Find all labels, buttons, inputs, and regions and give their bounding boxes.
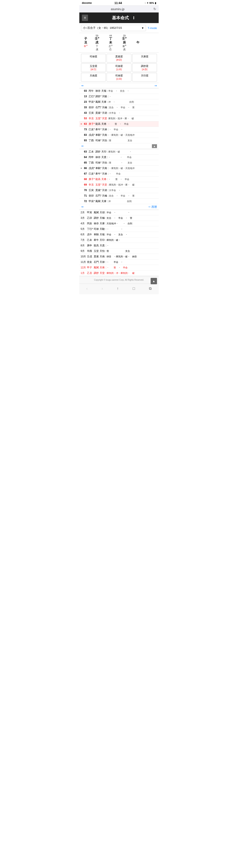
table-row: 83 戊戌* 車騎° 天南 : ・庫気刑・破・天剋地冲	[79, 132, 159, 138]
table-row: 73 己亥* 牽牛° 天禄 : ・ 半会 ・	[79, 127, 159, 132]
person-select[interactable]: 小○百合子（女・65）1952/7/15 ▼	[81, 25, 146, 31]
left-arrow-2: ⇒	[81, 144, 83, 148]
hidden-29-3: 戊	[117, 48, 131, 51]
time: 11:44	[114, 1, 122, 5]
bluetooth-icon: ✦	[147, 2, 148, 4]
battery-icon: ▮	[155, 2, 156, 4]
address-bar: asumiru.jp ↻	[79, 5, 159, 12]
hidden-59-3: 戊	[90, 48, 104, 51]
hidden-29-1: 癸③	[117, 44, 131, 48]
table-row: 69 辛丑 玉堂° 天堂 : 庫気刑・剋冲・庫・ 破	[79, 182, 159, 188]
month-row: 4月 丙辰 禄存 天庫 : 天剋地冲・ ・ 自刑	[79, 221, 159, 226]
menu-button[interactable]: ≡	[82, 14, 88, 21]
stem-29: 壬③	[117, 37, 131, 41]
table-row: 13 乙巳* 調舒° 天馳 : ・	[79, 94, 159, 99]
age-29: 29	[117, 34, 131, 37]
star-cell-gyokudo: 玉堂星 [水①]	[81, 63, 106, 72]
reload-icon[interactable]: ↻	[154, 7, 156, 11]
month-row: 5月 丁巳* 司禄 天馳 : ・ ・	[79, 226, 159, 232]
age-44: 44	[104, 34, 117, 37]
location-icon: ↑	[144, 2, 146, 4]
share-button[interactable]: ↑	[114, 285, 121, 292]
arrow-row-2: ⇒ ▲	[79, 144, 159, 149]
branch-29: 辰	[117, 41, 131, 44]
tabs-button[interactable]: ⧉	[146, 285, 154, 292]
status-bar: docomo 11:44 ↑ ✦ 90% ▮	[79, 0, 159, 5]
branch-uma: 午	[131, 41, 145, 44]
sub-header: 小○百合子（女・65）1952/7/15 ▼ T-mode	[79, 23, 159, 33]
month-row: 11月 癸亥 石門 天禄 : ・ 半会 ・	[79, 259, 159, 265]
table-row: 03 丙午 禄存 天報 : 半会 ・ 支合 ・	[79, 88, 159, 94]
chart-section: 59 44 29 子 壬③ 丁 壬③ 丑 戌 未 辰 午 辛② 丁 乙① 癸③	[79, 33, 159, 53]
table-row: 67 己亥* 牽牛° 天禄 : ・ 半会	[79, 171, 159, 177]
hidden-44-1: 乙①	[104, 44, 117, 48]
left-arrow-1: ⇒	[81, 84, 83, 87]
battery-level: 90%	[149, 2, 154, 4]
browser-nav: ‹ › ↑ □ ⧉	[79, 284, 159, 294]
table-row: 53 辛丑 玉堂° 天堂 庫気刑・剋冲・庫・ 破	[79, 116, 159, 121]
page-title: 基本命式 I	[90, 15, 156, 21]
month-row: 7月 己未 牽牛 天印 : 庫気刑・破・	[79, 238, 159, 243]
month-row: 6月 戊午 車騎 天報 : 半会 ・ 支合 ・	[79, 232, 159, 238]
table-row: 72 甲辰* 鳳閣 天庫 : 冲 自刑	[79, 199, 159, 204]
stars-grid: 司禄星 貫索星 [木②] 天庫星 玉堂星 [水①] 司禄星 [土④] 調舒星 […	[81, 54, 157, 82]
right-arrow-1: ⇒	[155, 84, 157, 87]
scroll-top-btn[interactable]: ▲	[152, 144, 157, 148]
table-row: 64 丙申 禄存 天貴 : ・ ・ 半会	[79, 155, 159, 160]
star-cell-kansaku: 貫索星 [木②]	[107, 54, 131, 62]
section-3: 2月 甲寅 鳳閣 天胡 : 半会 ・ ・ 3月 乙卯 調舒 天極 : 支合 ・ …	[79, 210, 159, 276]
t-mode-button[interactable]: T-mode	[148, 27, 157, 30]
seireki-label: ⇒ 西暦	[148, 205, 157, 209]
table-row: = 66 戊戌* 車騎° 天南 : ・庫気刑・破・天剋地冲	[79, 166, 159, 171]
scroll-top-button[interactable]: ▲	[150, 278, 157, 284]
star-cell-shiroku3: 司禄星 [土④]	[107, 73, 131, 82]
section-1: 03 丙午 禄存 天報 : 半会 ・ 支合 ・ 13 乙巳* 調舒° 天馳 : …	[79, 88, 159, 144]
page-footer: Copyright © tougu-sanmei Corp. All Right…	[79, 276, 159, 284]
stem-44: 丁	[104, 37, 117, 41]
forward-button[interactable]: ›	[99, 285, 105, 292]
month-row: 10月 壬戌 貫索 天南 : 律音 ・庫気刑・破・ 納音	[79, 254, 159, 259]
table-row: 71 癸卯 石門° 天極 : 支合 ・ 半会 ・ 害	[79, 193, 159, 199]
month-row: 8月 庚申 龍高 天貴 : ・	[79, 243, 159, 248]
person-label: 小○百合子（女・65）1952/7/15	[83, 26, 122, 30]
branch-44: 未	[104, 41, 117, 44]
back-button[interactable]: ‹	[84, 285, 90, 292]
star-cell-tenku: 天庫星	[132, 54, 157, 62]
table-row: 68 庚子* 龍高 天将 : ・ 害 ・ 半会	[79, 177, 159, 182]
branch-59: 戌	[90, 41, 104, 44]
url-text[interactable]: asumiru.jp	[82, 7, 154, 11]
month-row: 9月 辛酉 玉堂 天怡 : 害 支合	[79, 248, 159, 254]
table-row: 93 丁酉 司禄° 天怡 : 害 支合	[79, 138, 159, 144]
carrier: docomo	[82, 1, 92, 4]
copyright-text: Copyright © tougu-sanmei Corp. All Right…	[94, 279, 144, 281]
month-row: 2月 甲寅 鳳閣 天胡 : 半会 ・ ・	[79, 210, 159, 215]
arrow-row-3: ⇒ ⇒ 西暦	[79, 204, 159, 210]
stars-section: 司禄星 貫索星 [木②] 天庫星 玉堂星 [水①] 司禄星 [土④] 調舒星 […	[79, 53, 159, 83]
month-row: 1月 乙丑 調舒 天堂 : 庫気刑・冲・庫気刑・ 破	[79, 271, 159, 276]
section-2: 63 乙未 調舒 天印 : 庫気刑・破 ・ 64 丙申 禄存 天貴 : ・ ・ …	[79, 149, 159, 204]
hidden-shin: 辛②	[81, 44, 90, 48]
table-row: 70 壬寅 貫索° 天胡 : 大半会 ・	[79, 188, 159, 193]
table-row: 23 甲辰* 鳳閣 天庫 : 冲 ・ 自刑	[79, 99, 159, 105]
age-59: 59	[90, 34, 104, 37]
table-row: 43 壬寅 貫索° 天胡 : 大半会 ・	[79, 111, 159, 116]
star-cell-shiroku2: 司禄星 [土④]	[107, 63, 131, 72]
dropdown-icon: ▼	[141, 27, 144, 30]
month-row: 12月 甲子 鳳閣 天将 : ・ 害 ・ 半会	[79, 265, 159, 271]
star-cell-tenin: 天印星	[132, 73, 157, 82]
branch-shin	[131, 37, 145, 41]
star-cell-tennan: 天南星	[81, 73, 106, 82]
hidden-44-3: 己	[104, 48, 117, 51]
table-row: 33 癸卯 石門° 天極 : 支合 ・ 半会 ・ 害	[79, 105, 159, 111]
star-cell-chouju: 調舒星 [火③]	[132, 63, 157, 72]
table-row: = 63 庚子* 龍高 天将 ・ 害 ・ 半会	[79, 121, 159, 127]
table-row: 65 丁酉 司禄° 天怡 : 害 ・ 支合	[79, 160, 159, 166]
table-row: 63 乙未 調舒 天印 : 庫気刑・破 ・	[79, 149, 159, 155]
bookmarks-button[interactable]: □	[130, 285, 137, 292]
month-row: 3月 乙卯 調舒 天極 : 支合 ・ 半会 ・ 害	[79, 215, 159, 221]
left-arrow-3: ⇒	[81, 205, 83, 209]
app-header: ≡ 基本命式 I	[79, 12, 159, 23]
star-cell-shiroku: 司禄星	[81, 54, 106, 62]
arrow-row-1: ⇒ ⇒	[79, 83, 159, 88]
branch-ko: 子	[81, 37, 90, 41]
